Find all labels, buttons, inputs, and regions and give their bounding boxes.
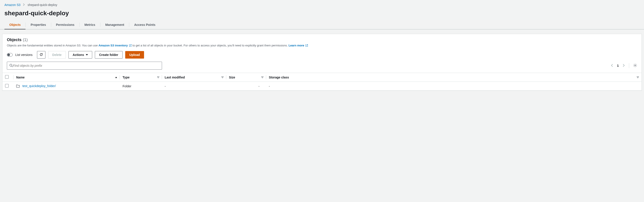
search-box[interactable] xyxy=(7,62,162,70)
column-header-name[interactable]: Name xyxy=(16,76,24,79)
external-link-icon xyxy=(129,44,132,48)
prev-page-button[interactable] xyxy=(611,64,613,68)
tab-access-points[interactable]: Access Points xyxy=(129,20,160,29)
breadcrumb: Amazon S3 shepard-quick-deploy xyxy=(0,0,644,8)
caret-down-icon xyxy=(86,54,88,55)
external-link-icon xyxy=(306,44,308,48)
list-versions-toggle[interactable] xyxy=(7,53,13,57)
object-type: Folder xyxy=(120,82,162,91)
toolbar: List versions Delete Actions Create fold… xyxy=(7,51,637,59)
filter-icon[interactable] xyxy=(222,76,224,79)
sort-asc-icon[interactable] xyxy=(115,76,117,79)
link-label: Amazon S3 inventory xyxy=(98,44,128,47)
objects-table: Name Type Last modified xyxy=(2,73,642,90)
column-header-storage-class[interactable]: Storage class xyxy=(269,76,289,79)
learn-more-link[interactable]: Learn more xyxy=(288,44,308,47)
panel-title: Objects xyxy=(7,38,22,42)
actions-dropdown[interactable]: Actions xyxy=(68,51,92,59)
folder-icon xyxy=(16,85,20,88)
breadcrumb-current: shepard-quick-deploy xyxy=(28,3,57,7)
s3-inventory-link[interactable]: Amazon S3 inventory xyxy=(98,44,132,47)
pagination: 1 xyxy=(611,63,637,68)
create-folder-button[interactable]: Create folder xyxy=(95,51,122,59)
tab-properties[interactable]: Properties xyxy=(26,20,51,29)
object-storage-class: - xyxy=(266,82,642,91)
select-all-checkbox[interactable] xyxy=(5,75,9,79)
delete-button[interactable]: Delete xyxy=(48,51,66,59)
svg-point-1 xyxy=(635,65,636,66)
chevron-right-icon xyxy=(23,3,25,7)
filter-icon[interactable] xyxy=(637,76,639,79)
filter-icon[interactable] xyxy=(157,76,159,79)
separator xyxy=(629,63,629,68)
panel-count: (1) xyxy=(23,38,28,42)
refresh-icon xyxy=(40,53,43,57)
svg-point-0 xyxy=(10,64,12,66)
column-header-last-modified[interactable]: Last modified xyxy=(165,76,185,79)
tabs: Objects Properties Permissions Metrics M… xyxy=(0,20,644,29)
link-label: Learn more xyxy=(288,44,304,47)
upload-button[interactable]: Upload xyxy=(125,51,144,59)
refresh-button[interactable] xyxy=(37,51,46,59)
objects-panel: Objects (1) Objects are the fundamental … xyxy=(2,34,642,91)
search-input[interactable] xyxy=(13,64,160,67)
tab-objects[interactable]: Objects xyxy=(4,20,26,29)
panel-description: Objects are the fundamental entities sto… xyxy=(7,44,637,48)
filter-icon[interactable] xyxy=(261,76,264,79)
desc-text: Objects are the fundamental entities sto… xyxy=(7,44,98,47)
list-versions-label: List versions xyxy=(15,53,32,57)
page-number: 1 xyxy=(617,64,619,67)
object-last-modified: - xyxy=(162,82,226,91)
column-header-size[interactable]: Size xyxy=(229,76,235,79)
tab-metrics[interactable]: Metrics xyxy=(80,20,100,29)
page-title: shepard-quick-deploy xyxy=(0,8,644,20)
settings-button[interactable] xyxy=(633,63,637,68)
column-header-type[interactable]: Type xyxy=(122,76,130,79)
desc-text: to get a list of all objects in your buc… xyxy=(132,44,288,47)
row-checkbox[interactable] xyxy=(5,84,9,88)
table-row: test_quickdeploy_folder/ Folder - - - xyxy=(2,82,642,91)
breadcrumb-root-link[interactable]: Amazon S3 xyxy=(4,3,20,7)
tab-management[interactable]: Management xyxy=(100,20,129,29)
actions-label: Actions xyxy=(73,53,84,57)
object-size: - xyxy=(226,82,266,91)
search-icon xyxy=(9,64,13,68)
next-page-button[interactable] xyxy=(623,64,625,68)
tab-permissions[interactable]: Permissions xyxy=(51,20,79,29)
object-name-link[interactable]: test_quickdeploy_folder/ xyxy=(22,84,56,88)
